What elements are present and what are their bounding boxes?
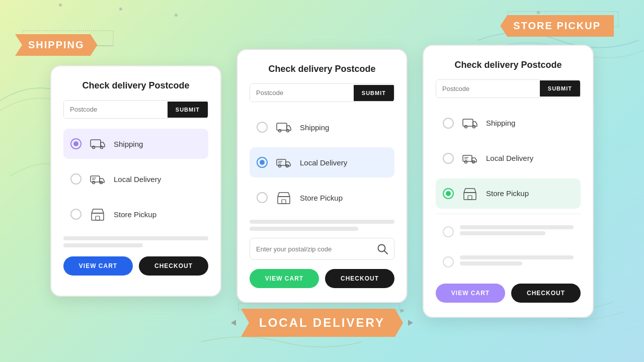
- shipping-banner: SHIPPING: [15, 34, 98, 56]
- card-center-shipping-label: Shipping: [300, 123, 329, 132]
- svg-rect-22: [92, 213, 104, 220]
- card-center-postal-search: [250, 238, 394, 260]
- card-right-option-local-delivery[interactable]: Local Delivery: [436, 143, 581, 173]
- card-right-store-pickup-icon: [461, 185, 479, 203]
- card-right-option-shipping[interactable]: Shipping: [436, 108, 581, 138]
- svg-point-26: [287, 130, 289, 132]
- skeleton-text-1: [460, 225, 574, 238]
- card-left: Check delivery Postcode SUBMIT Shipping: [50, 65, 221, 297]
- card-center-option-store-pickup[interactable]: Store Pickup: [250, 183, 394, 213]
- card-center-submit-button[interactable]: SUBMIT: [354, 85, 394, 101]
- card-center-skeleton: [250, 220, 394, 231]
- svg-point-36: [473, 125, 475, 128]
- card-right: Check delivery Postcode SUBMIT Shipping: [423, 45, 594, 318]
- sk-line-d: [460, 261, 522, 265]
- card-left-radio-local-delivery: [70, 173, 82, 185]
- card-right-postcode-row: SUBMIT: [436, 79, 581, 98]
- card-left-store-pickup-icon: [89, 205, 107, 223]
- card-center: Check delivery Postcode SUBMIT Shipping: [236, 49, 408, 303]
- svg-rect-19: [91, 176, 100, 182]
- card-left-submit-button[interactable]: SUBMIT: [168, 102, 208, 118]
- svg-rect-27: [277, 159, 286, 165]
- card-left-option-store-pickup[interactable]: Store Pickup: [63, 199, 208, 229]
- card-left-radio-shipping: [70, 138, 82, 149]
- card-left-title: Check delivery Postcode: [63, 80, 208, 91]
- card-right-shipping-icon: [461, 114, 479, 132]
- card-center-title: Check delivery Postcode: [250, 64, 394, 74]
- card-right-skeleton-row-2: [436, 249, 581, 275]
- center-skeleton-line-1: [250, 220, 394, 224]
- svg-point-35: [465, 125, 467, 128]
- card-center-postcode-input[interactable]: [250, 84, 354, 102]
- card-left-shipping-label: Shipping: [114, 140, 143, 148]
- card-left-postcode-input[interactable]: [64, 101, 168, 118]
- card-right-checkout-button[interactable]: CHECKOUT: [511, 284, 581, 303]
- card-right-option-store-pickup[interactable]: Store Pickup: [436, 178, 581, 209]
- card-right-submit-button[interactable]: SUBMIT: [540, 80, 580, 97]
- skeleton-line-1: [63, 236, 208, 240]
- card-right-store-pickup-label: Store Pickup: [486, 189, 529, 198]
- card-right-divider: [436, 214, 581, 214]
- card-left-option-shipping[interactable]: Shipping: [63, 129, 208, 159]
- local-delivery-banner: LOCAL DELIVERY: [241, 309, 403, 337]
- card-left-view-cart-button[interactable]: VIEW CART: [63, 256, 133, 276]
- card-left-store-pickup-label: Store Pickup: [114, 210, 156, 219]
- card-center-local-delivery-label: Local Delivery: [300, 158, 347, 167]
- card-center-store-pickup-label: Store Pickup: [300, 194, 343, 202]
- card-center-postal-input[interactable]: [256, 245, 377, 253]
- card-left-option-local-delivery[interactable]: Local Delivery: [63, 164, 208, 194]
- store-pickup-banner-label: STORE PICKUP: [500, 15, 614, 37]
- svg-rect-31: [282, 200, 286, 204]
- card-left-local-delivery-icon: [89, 170, 107, 188]
- svg-point-17: [93, 146, 95, 149]
- skeleton-text-2: [460, 255, 574, 268]
- card-right-postcode-input[interactable]: [436, 80, 540, 98]
- svg-point-20: [93, 182, 95, 184]
- card-center-option-local-delivery[interactable]: Local Delivery: [250, 147, 394, 177]
- sk-line-b: [460, 231, 545, 235]
- svg-rect-23: [96, 216, 100, 220]
- store-pickup-banner: STORE PICKUP: [500, 15, 614, 37]
- card-left-checkout-button[interactable]: CHECKOUT: [139, 256, 208, 276]
- svg-point-25: [279, 130, 281, 132]
- svg-rect-40: [464, 193, 476, 200]
- svg-marker-14: [231, 320, 236, 326]
- svg-point-28: [279, 165, 281, 167]
- svg-rect-37: [463, 155, 472, 161]
- card-right-btn-row: VIEW CART CHECKOUT: [436, 284, 581, 303]
- skeleton-radio-2: [443, 256, 454, 267]
- card-left-btn-row: VIEW CART CHECKOUT: [63, 256, 208, 276]
- sk-line-c: [460, 255, 574, 259]
- svg-rect-24: [277, 123, 287, 130]
- card-center-postcode-row: SUBMIT: [250, 83, 394, 102]
- svg-rect-34: [463, 119, 473, 126]
- card-center-radio-store-pickup: [257, 192, 268, 203]
- svg-line-33: [384, 251, 387, 254]
- svg-point-38: [465, 160, 467, 163]
- card-left-shipping-icon: [89, 135, 107, 153]
- card-center-local-delivery-icon: [275, 153, 293, 171]
- search-icon[interactable]: [377, 243, 388, 254]
- card-right-title: Check delivery Postcode: [436, 60, 581, 70]
- card-center-checkout-button[interactable]: CHECKOUT: [325, 269, 394, 288]
- svg-rect-16: [91, 140, 101, 147]
- svg-point-18: [101, 146, 103, 149]
- skeleton-line-2: [63, 243, 143, 247]
- card-left-radio-store-pickup: [70, 209, 82, 220]
- center-skeleton-line-2: [250, 227, 358, 231]
- svg-rect-41: [468, 196, 472, 200]
- card-right-radio-shipping: [443, 118, 454, 129]
- card-left-postcode-row: SUBMIT: [63, 100, 208, 119]
- card-left-local-delivery-label: Local Delivery: [114, 175, 161, 184]
- card-right-radio-store-pickup: [443, 188, 454, 199]
- card-right-shipping-label: Shipping: [486, 119, 515, 127]
- card-center-shipping-icon: [275, 118, 293, 136]
- card-left-skeleton: [63, 236, 208, 247]
- card-right-local-delivery-icon: [461, 149, 479, 167]
- svg-rect-30: [278, 197, 290, 204]
- card-center-view-cart-button[interactable]: VIEW CART: [250, 269, 319, 288]
- card-right-view-cart-button[interactable]: VIEW CART: [436, 284, 505, 303]
- skeleton-radio-1: [443, 226, 454, 237]
- card-right-radio-local-delivery: [443, 153, 454, 164]
- card-center-option-shipping[interactable]: Shipping: [250, 112, 394, 142]
